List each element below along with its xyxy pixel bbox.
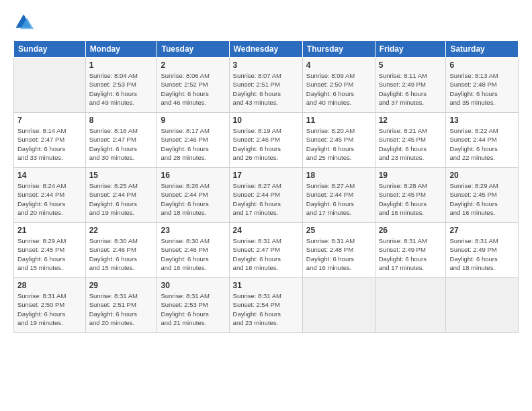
calendar-cell: 2Sunrise: 8:06 AMSunset: 2:52 PMDaylight…	[157, 58, 229, 113]
week-row-1: 1Sunrise: 8:04 AMSunset: 2:53 PMDaylight…	[14, 58, 519, 113]
calendar-cell: 8Sunrise: 8:16 AMSunset: 2:47 PMDaylight…	[85, 113, 157, 168]
day-number: 18	[306, 171, 371, 180]
day-number: 8	[89, 116, 154, 125]
calendar-cell: 12Sunrise: 8:21 AMSunset: 2:45 PMDayligh…	[375, 113, 446, 168]
day-detail: Sunrise: 8:26 AMSunset: 2:44 PMDaylight:…	[161, 181, 225, 217]
day-number: 3	[233, 60, 299, 70]
calendar-cell: 28Sunrise: 8:31 AMSunset: 2:50 PMDayligh…	[14, 278, 86, 333]
day-detail: Sunrise: 8:11 AMSunset: 2:49 PMDaylight:…	[379, 71, 443, 107]
day-number: 29	[89, 281, 154, 290]
calendar-cell: 31Sunrise: 8:31 AMSunset: 2:54 PMDayligh…	[229, 278, 302, 333]
day-detail: Sunrise: 8:21 AMSunset: 2:45 PMDaylight:…	[379, 126, 443, 162]
day-detail: Sunrise: 8:22 AMSunset: 2:44 PMDaylight:…	[449, 126, 515, 162]
day-detail: Sunrise: 8:14 AMSunset: 2:47 PMDaylight:…	[17, 126, 82, 162]
week-row-4: 21Sunrise: 8:29 AMSunset: 2:45 PMDayligh…	[14, 223, 519, 278]
weekday-header-saturday: Saturday	[446, 41, 519, 58]
calendar-cell: 16Sunrise: 8:26 AMSunset: 2:44 PMDayligh…	[157, 168, 229, 223]
page: SundayMondayTuesdayWednesdayThursdayFrid…	[0, 0, 532, 411]
day-number: 23	[161, 226, 225, 235]
day-number: 19	[379, 171, 443, 180]
calendar-cell: 23Sunrise: 8:30 AMSunset: 2:46 PMDayligh…	[157, 223, 229, 278]
calendar-header: SundayMondayTuesdayWednesdayThursdayFrid…	[14, 41, 519, 58]
day-number: 13	[449, 116, 515, 125]
calendar-cell: 6Sunrise: 8:13 AMSunset: 2:48 PMDaylight…	[446, 58, 519, 113]
calendar-cell: 9Sunrise: 8:17 AMSunset: 2:46 PMDaylight…	[157, 113, 229, 168]
calendar-cell: 26Sunrise: 8:31 AMSunset: 2:49 PMDayligh…	[375, 223, 446, 278]
calendar-cell: 3Sunrise: 8:07 AMSunset: 2:51 PMDaylight…	[229, 58, 302, 113]
day-number: 11	[306, 116, 371, 125]
day-detail: Sunrise: 8:31 AMSunset: 2:48 PMDaylight:…	[306, 236, 371, 272]
day-number: 15	[89, 171, 154, 180]
day-detail: Sunrise: 8:07 AMSunset: 2:51 PMDaylight:…	[233, 71, 299, 107]
calendar-cell: 1Sunrise: 8:04 AMSunset: 2:53 PMDaylight…	[85, 58, 157, 113]
day-detail: Sunrise: 8:13 AMSunset: 2:48 PMDaylight:…	[449, 71, 515, 107]
day-number: 16	[161, 171, 225, 180]
day-detail: Sunrise: 8:20 AMSunset: 2:45 PMDaylight:…	[306, 126, 371, 162]
day-detail: Sunrise: 8:19 AMSunset: 2:46 PMDaylight:…	[233, 126, 299, 162]
weekday-header-tuesday: Tuesday	[157, 41, 229, 58]
weekday-header-monday: Monday	[85, 41, 157, 58]
day-detail: Sunrise: 8:28 AMSunset: 2:45 PMDaylight:…	[379, 181, 443, 217]
calendar-cell: 7Sunrise: 8:14 AMSunset: 2:47 PMDaylight…	[14, 113, 86, 168]
week-row-5: 28Sunrise: 8:31 AMSunset: 2:50 PMDayligh…	[14, 278, 519, 333]
day-detail: Sunrise: 8:31 AMSunset: 2:49 PMDaylight:…	[449, 236, 515, 272]
day-number: 7	[17, 116, 82, 125]
week-row-3: 14Sunrise: 8:24 AMSunset: 2:44 PMDayligh…	[14, 168, 519, 223]
day-detail: Sunrise: 8:25 AMSunset: 2:44 PMDaylight:…	[89, 181, 154, 217]
day-detail: Sunrise: 8:30 AMSunset: 2:46 PMDaylight:…	[89, 236, 154, 272]
day-number: 12	[379, 116, 443, 125]
weekday-row: SundayMondayTuesdayWednesdayThursdayFrid…	[14, 41, 519, 58]
weekday-header-friday: Friday	[375, 41, 446, 58]
calendar-cell: 29Sunrise: 8:31 AMSunset: 2:51 PMDayligh…	[85, 278, 157, 333]
calendar-cell: 19Sunrise: 8:28 AMSunset: 2:45 PMDayligh…	[375, 168, 446, 223]
day-detail: Sunrise: 8:31 AMSunset: 2:53 PMDaylight:…	[161, 291, 225, 327]
day-number: 20	[449, 171, 515, 180]
calendar-cell: 24Sunrise: 8:31 AMSunset: 2:47 PMDayligh…	[229, 223, 302, 278]
weekday-header-sunday: Sunday	[14, 41, 86, 58]
calendar-cell: 4Sunrise: 8:09 AMSunset: 2:50 PMDaylight…	[302, 58, 375, 113]
day-number: 28	[17, 281, 82, 290]
calendar-cell: 22Sunrise: 8:30 AMSunset: 2:46 PMDayligh…	[85, 223, 157, 278]
day-detail: Sunrise: 8:27 AMSunset: 2:44 PMDaylight:…	[306, 181, 371, 217]
day-number: 27	[449, 226, 515, 235]
calendar-cell	[14, 58, 86, 113]
logo	[13, 12, 38, 34]
calendar-cell: 10Sunrise: 8:19 AMSunset: 2:46 PMDayligh…	[229, 113, 302, 168]
day-number: 6	[449, 60, 515, 70]
calendar-cell: 14Sunrise: 8:24 AMSunset: 2:44 PMDayligh…	[14, 168, 86, 223]
day-number: 9	[161, 116, 225, 125]
day-number: 26	[379, 226, 443, 235]
day-number: 14	[17, 171, 82, 180]
weekday-header-wednesday: Wednesday	[229, 41, 302, 58]
day-number: 22	[89, 226, 154, 235]
calendar-cell	[375, 278, 446, 333]
calendar-cell: 13Sunrise: 8:22 AMSunset: 2:44 PMDayligh…	[446, 113, 519, 168]
day-detail: Sunrise: 8:29 AMSunset: 2:45 PMDaylight:…	[449, 181, 515, 217]
day-detail: Sunrise: 8:27 AMSunset: 2:44 PMDaylight:…	[233, 181, 299, 217]
calendar-cell: 27Sunrise: 8:31 AMSunset: 2:49 PMDayligh…	[446, 223, 519, 278]
calendar-body: 1Sunrise: 8:04 AMSunset: 2:53 PMDaylight…	[14, 58, 519, 333]
weekday-header-thursday: Thursday	[302, 41, 375, 58]
day-number: 17	[233, 171, 299, 180]
day-detail: Sunrise: 8:17 AMSunset: 2:46 PMDaylight:…	[161, 126, 225, 162]
calendar-cell: 21Sunrise: 8:29 AMSunset: 2:45 PMDayligh…	[14, 223, 86, 278]
day-detail: Sunrise: 8:31 AMSunset: 2:51 PMDaylight:…	[89, 291, 154, 327]
day-detail: Sunrise: 8:31 AMSunset: 2:47 PMDaylight:…	[233, 236, 299, 272]
day-number: 24	[233, 226, 299, 235]
calendar-cell: 20Sunrise: 8:29 AMSunset: 2:45 PMDayligh…	[446, 168, 519, 223]
logo-icon	[13, 12, 35, 34]
calendar-cell	[302, 278, 375, 333]
day-number: 21	[17, 226, 82, 235]
calendar-cell: 25Sunrise: 8:31 AMSunset: 2:48 PMDayligh…	[302, 223, 375, 278]
day-number: 1	[89, 60, 154, 70]
day-detail: Sunrise: 8:31 AMSunset: 2:49 PMDaylight:…	[379, 236, 443, 272]
calendar-cell: 5Sunrise: 8:11 AMSunset: 2:49 PMDaylight…	[375, 58, 446, 113]
day-number: 4	[306, 60, 371, 70]
day-detail: Sunrise: 8:09 AMSunset: 2:50 PMDaylight:…	[306, 71, 371, 107]
day-detail: Sunrise: 8:16 AMSunset: 2:47 PMDaylight:…	[89, 126, 154, 162]
day-number: 10	[233, 116, 299, 125]
day-detail: Sunrise: 8:24 AMSunset: 2:44 PMDaylight:…	[17, 181, 82, 217]
day-detail: Sunrise: 8:31 AMSunset: 2:54 PMDaylight:…	[233, 291, 299, 327]
calendar-cell: 30Sunrise: 8:31 AMSunset: 2:53 PMDayligh…	[157, 278, 229, 333]
day-detail: Sunrise: 8:30 AMSunset: 2:46 PMDaylight:…	[161, 236, 225, 272]
